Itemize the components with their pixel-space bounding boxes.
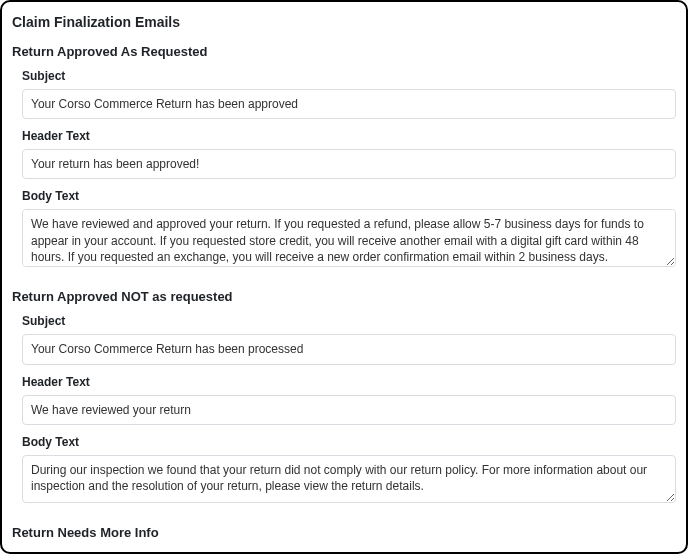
section-return-not-as-requested: Return Approved NOT as requested Subject…	[12, 289, 676, 506]
input-nar-header[interactable]	[22, 395, 676, 425]
field-approved-body: Body Text We have reviewed and approved …	[12, 189, 676, 271]
section-title-approved: Return Approved As Requested	[12, 44, 676, 59]
settings-panel: Claim Finalization Emails Return Approve…	[0, 0, 688, 554]
field-approved-subject: Subject	[12, 69, 676, 119]
label-nar-body: Body Text	[22, 435, 676, 449]
field-needsinfo-subject: Subject	[12, 550, 676, 554]
field-approved-header: Header Text	[12, 129, 676, 179]
label-approved-body: Body Text	[22, 189, 676, 203]
page-title: Claim Finalization Emails	[12, 14, 676, 30]
input-approved-subject[interactable]	[22, 89, 676, 119]
field-nar-header: Header Text	[12, 375, 676, 425]
textarea-approved-body[interactable]: We have reviewed and approved your retur…	[22, 209, 676, 267]
label-nar-header: Header Text	[22, 375, 676, 389]
input-nar-subject[interactable]	[22, 334, 676, 364]
section-title-not-as-requested: Return Approved NOT as requested	[12, 289, 676, 304]
input-approved-header[interactable]	[22, 149, 676, 179]
textarea-nar-body[interactable]: During our inspection we found that your…	[22, 455, 676, 503]
field-nar-body: Body Text During our inspection we found…	[12, 435, 676, 507]
label-approved-header: Header Text	[22, 129, 676, 143]
label-approved-subject: Subject	[22, 69, 676, 83]
section-title-needs-info: Return Needs More Info	[12, 525, 676, 540]
section-return-approved: Return Approved As Requested Subject Hea…	[12, 44, 676, 271]
label-nar-subject: Subject	[22, 314, 676, 328]
label-needsinfo-subject: Subject	[22, 550, 676, 554]
section-return-needs-info: Return Needs More Info Subject Header Te…	[12, 525, 676, 554]
field-nar-subject: Subject	[12, 314, 676, 364]
